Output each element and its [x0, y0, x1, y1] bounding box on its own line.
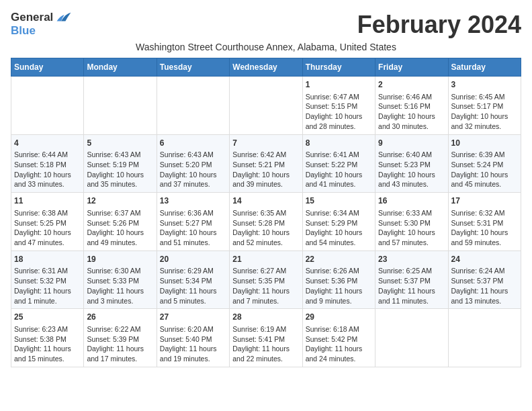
day-info: and 32 minutes.	[451, 122, 518, 132]
day-info: and 49 minutes.	[87, 238, 153, 248]
day-info: Sunrise: 6:30 AM	[87, 266, 153, 276]
day-info: Daylight: 10 hours	[14, 170, 81, 180]
day-info: Daylight: 10 hours	[87, 170, 153, 180]
calendar-header-row: SundayMondayTuesdayWednesdayThursdayFrid…	[11, 58, 521, 77]
day-info: Sunset: 5:41 PM	[232, 334, 299, 345]
day-info: Sunset: 5:29 PM	[306, 218, 372, 228]
calendar-cell	[84, 77, 157, 135]
day-info: Daylight: 11 hours	[160, 344, 226, 354]
day-info: Daylight: 10 hours	[306, 228, 372, 238]
day-number: 13	[160, 195, 226, 207]
day-info: and 43 minutes.	[378, 179, 445, 189]
day-number: 17	[451, 195, 518, 207]
calendar-cell: 23Sunrise: 6:25 AMSunset: 5:37 PMDayligh…	[375, 250, 448, 309]
day-info: Daylight: 10 hours	[160, 228, 226, 238]
day-info: and 57 minutes.	[378, 238, 445, 248]
calendar-week-row: 25Sunrise: 6:23 AMSunset: 5:38 PMDayligh…	[11, 309, 521, 367]
day-info: Sunset: 5:31 PM	[451, 218, 518, 228]
day-info: Sunrise: 6:29 AM	[160, 266, 226, 276]
day-info: Sunset: 5:16 PM	[378, 101, 445, 111]
day-info: Daylight: 10 hours	[451, 228, 518, 238]
day-info: Sunset: 5:42 PM	[306, 334, 372, 345]
day-info: Sunrise: 6:19 AM	[232, 324, 299, 334]
day-info: and 24 minutes.	[306, 354, 372, 364]
day-info: Daylight: 11 hours	[378, 286, 445, 296]
day-number: 29	[306, 312, 372, 323]
day-info: Sunrise: 6:38 AM	[14, 208, 81, 218]
day-info: Sunset: 5:37 PM	[451, 276, 518, 286]
day-info: Sunset: 5:28 PM	[232, 218, 299, 228]
day-info: and 13 minutes.	[451, 296, 518, 306]
calendar-cell: 20Sunrise: 6:29 AMSunset: 5:34 PMDayligh…	[157, 250, 229, 309]
day-number: 27	[160, 312, 226, 323]
calendar-cell: 5Sunrise: 6:43 AMSunset: 5:19 PMDaylight…	[84, 134, 157, 193]
day-info: Sunset: 5:25 PM	[14, 218, 81, 228]
day-number: 22	[306, 254, 372, 265]
calendar-cell: 2Sunrise: 6:46 AMSunset: 5:16 PMDaylight…	[375, 77, 448, 135]
day-info: Sunrise: 6:34 AM	[306, 208, 372, 218]
page-header: General Blue February 2024	[11, 11, 521, 39]
calendar-cell: 15Sunrise: 6:34 AMSunset: 5:29 PMDayligh…	[302, 193, 375, 251]
day-number: 11	[14, 195, 81, 207]
day-info: Sunrise: 6:24 AM	[451, 266, 518, 276]
day-of-week-header: Monday	[84, 58, 157, 77]
month-title: February 2024	[357, 11, 521, 39]
day-info: and 51 minutes.	[160, 238, 226, 248]
day-number: 12	[87, 195, 153, 207]
day-info: Sunrise: 6:39 AM	[451, 150, 518, 160]
calendar-cell: 18Sunrise: 6:31 AMSunset: 5:32 PMDayligh…	[11, 250, 84, 309]
day-info: Sunset: 5:32 PM	[14, 276, 81, 286]
day-info: Sunrise: 6:22 AM	[87, 324, 153, 334]
day-info: and 39 minutes.	[232, 179, 299, 189]
day-info: Daylight: 10 hours	[306, 170, 372, 180]
calendar-week-row: 4Sunrise: 6:44 AMSunset: 5:18 PMDaylight…	[11, 134, 521, 193]
day-of-week-header: Thursday	[302, 58, 375, 77]
day-of-week-header: Sunday	[11, 58, 84, 77]
day-info: Daylight: 10 hours	[378, 170, 445, 180]
day-info: and 19 minutes.	[160, 354, 226, 364]
day-number: 3	[451, 79, 518, 91]
day-info: and 35 minutes.	[87, 179, 153, 189]
day-info: Sunrise: 6:27 AM	[232, 266, 299, 276]
day-info: Sunset: 5:26 PM	[87, 218, 153, 228]
day-info: and 47 minutes.	[14, 238, 81, 248]
day-info: Sunrise: 6:20 AM	[160, 324, 226, 334]
calendar-cell: 11Sunrise: 6:38 AMSunset: 5:25 PMDayligh…	[11, 193, 84, 251]
day-info: Daylight: 11 hours	[160, 286, 226, 296]
calendar-cell: 27Sunrise: 6:20 AMSunset: 5:40 PMDayligh…	[157, 309, 229, 367]
calendar-cell: 17Sunrise: 6:32 AMSunset: 5:31 PMDayligh…	[448, 193, 521, 251]
day-info: Daylight: 10 hours	[378, 228, 445, 238]
calendar-cell: 25Sunrise: 6:23 AMSunset: 5:38 PMDayligh…	[11, 309, 84, 367]
day-info: Sunrise: 6:47 AM	[306, 92, 372, 102]
day-of-week-header: Saturday	[448, 58, 521, 77]
day-info: Sunset: 5:21 PM	[232, 160, 299, 170]
day-number: 28	[232, 312, 299, 323]
day-info: Daylight: 11 hours	[87, 344, 153, 354]
day-info: Sunrise: 6:18 AM	[306, 324, 372, 334]
logo-general: General	[11, 11, 53, 24]
calendar-cell: 8Sunrise: 6:41 AMSunset: 5:22 PMDaylight…	[302, 134, 375, 193]
day-info: Sunrise: 6:33 AM	[378, 208, 445, 218]
calendar-cell: 16Sunrise: 6:33 AMSunset: 5:30 PMDayligh…	[375, 193, 448, 251]
day-info: Sunset: 5:17 PM	[451, 101, 518, 111]
calendar-week-row: 11Sunrise: 6:38 AMSunset: 5:25 PMDayligh…	[11, 193, 521, 251]
day-info: and 9 minutes.	[306, 296, 372, 306]
day-info: Sunrise: 6:35 AM	[232, 208, 299, 218]
calendar-cell: 4Sunrise: 6:44 AMSunset: 5:18 PMDaylight…	[11, 134, 84, 193]
day-number: 21	[232, 254, 299, 265]
day-number: 15	[306, 195, 372, 207]
day-info: Sunset: 5:18 PM	[14, 160, 81, 170]
day-info: Sunset: 5:24 PM	[451, 160, 518, 170]
logo-bird-icon	[56, 11, 72, 24]
day-info: Sunset: 5:34 PM	[160, 276, 226, 286]
day-number: 19	[87, 254, 153, 265]
day-info: Sunset: 5:30 PM	[378, 218, 445, 228]
day-info: Sunrise: 6:40 AM	[378, 150, 445, 160]
calendar-week-row: 18Sunrise: 6:31 AMSunset: 5:32 PMDayligh…	[11, 250, 521, 309]
day-info: Daylight: 11 hours	[306, 286, 372, 296]
calendar-cell: 22Sunrise: 6:26 AMSunset: 5:36 PMDayligh…	[302, 250, 375, 309]
day-info: Daylight: 11 hours	[451, 286, 518, 296]
day-info: Sunset: 5:35 PM	[232, 276, 299, 286]
day-info: Daylight: 11 hours	[232, 286, 299, 296]
day-info: Daylight: 10 hours	[451, 170, 518, 180]
